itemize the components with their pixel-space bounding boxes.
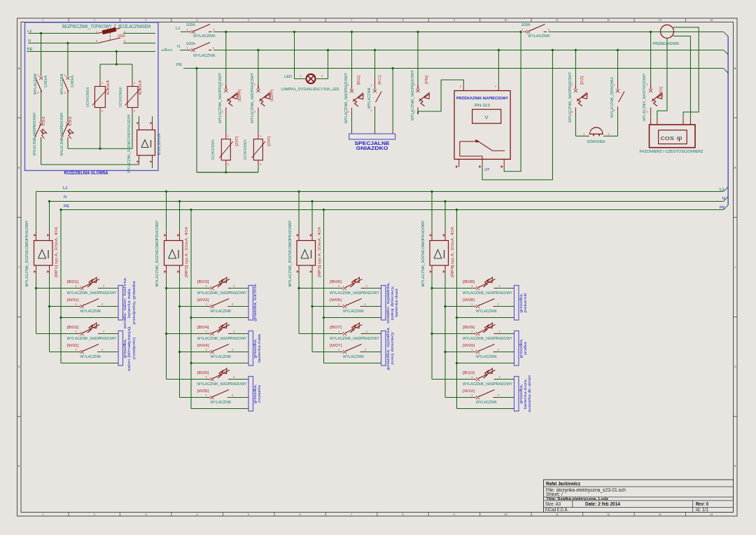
svg-text:12: 12 <box>607 19 610 22</box>
svg-text:WYLACZNIK: WYLACZNIK <box>32 73 37 95</box>
svg-text:10: 10 <box>504 513 507 516</box>
svg-text:OCHRONNIK: OCHRONNIK <box>118 86 122 107</box>
svg-text:[RP3] typ A, 30mA, 40A: [RP3] typ A, 30mA, 40A <box>317 227 321 277</box>
svg-text:14: 14 <box>710 19 713 22</box>
svg-text:WYLACZNIK_NADPRADOWY: WYLACZNIK_NADPRADOWY <box>567 72 572 123</box>
svg-text:9: 9 <box>454 513 455 516</box>
svg-text:gniazdka,: gniazdka, <box>519 293 523 312</box>
svg-text:Date: 2 feb 2014: Date: 2 feb 2014 <box>585 501 620 506</box>
svg-text:WYLACZNIK: WYLACZNIK <box>476 308 498 313</box>
svg-text:KLASA B: KLASA B <box>106 80 110 95</box>
svg-text:lazienka mala,: lazienka mala, <box>127 287 131 318</box>
svg-text:WYLACZNIK: WYLACZNIK <box>211 354 232 359</box>
svg-text:3: 3 <box>145 19 146 22</box>
svg-text:WYLACZNIK_NADPRADOWY: WYLACZNIK_NADPRADOWY <box>249 73 254 123</box>
svg-text:[RP4] typ A, 30mA, 40A: [RP4] typ A, 30mA, 40A <box>450 227 454 277</box>
svg-text:11: 11 <box>556 513 559 516</box>
svg-text:V: V <box>484 114 488 120</box>
svg-text:PE: PE <box>176 62 182 67</box>
svg-text:WYLACZNIK_ROZNICOWOPRADOWY: WYLACZNIK_ROZNICOWOPRADOWY <box>287 221 292 287</box>
svg-text:1: 1 <box>42 513 43 516</box>
svg-text:WYLACZNIK_NADPRADOWY: WYLACZNIK_NADPRADOWY <box>197 381 247 386</box>
svg-text:KLASA B: KLASA B <box>138 80 142 95</box>
svg-text:[B2PP]: [B2PP] <box>270 90 274 102</box>
svg-text:4: 4 <box>197 513 198 516</box>
svg-text:C: C <box>734 266 736 269</box>
svg-text:7: 7 <box>351 19 352 22</box>
svg-text:D: D <box>734 366 736 368</box>
svg-text:WYLACZNIK_NADPRADOWY: WYLACZNIK_NADPRADOWY <box>67 335 117 340</box>
svg-text:WYLACZNIK_NADPRADOWY: WYLACZNIK_NADPRADOWY <box>463 381 512 386</box>
svg-text:100A: 100A <box>43 75 48 88</box>
svg-text:C: C <box>18 266 20 269</box>
svg-text:[B2PP]: [B2PP] <box>237 90 241 102</box>
svg-text:WYLACZNIK: WYLACZNIK <box>476 354 498 359</box>
svg-text:14: 14 <box>710 513 713 516</box>
svg-text:WYLACZNIK_NADPRADOWY: WYLACZNIK_NADPRADOWY <box>330 290 379 295</box>
svg-text:9: 9 <box>454 19 455 22</box>
svg-text:L1: L1 <box>720 187 724 191</box>
svg-text:[B02]: [B02] <box>67 325 79 329</box>
svg-text:1: 1 <box>42 19 43 22</box>
svg-text:WYLACZNIK_ROZNICOWOPRADOWY: WYLACZNIK_ROZNICOWOPRADOWY <box>420 221 425 287</box>
svg-text:RN-113: RN-113 <box>475 102 491 107</box>
svg-text:25A: 25A <box>118 34 125 38</box>
svg-text:PRZEKLADNIK: PRZEKLADNIK <box>653 41 680 46</box>
svg-text:[RP2] typ A, 30mA, 40A: [RP2] typ A, 30mA, 40A <box>184 227 188 277</box>
svg-text:[B05]: [B05] <box>197 370 209 375</box>
svg-text:przedpokoj, gniazdka: przedpokoj, gniazdka <box>132 281 136 325</box>
svg-text:lazienka duza,: lazienka duza, <box>523 378 527 409</box>
svg-text:[W05]: [W05] <box>197 389 209 393</box>
svg-text:OCHRONNIK: OCHRONNIK <box>85 86 90 107</box>
svg-text:C63: C63 <box>68 117 72 126</box>
svg-text:[W07]: [W07] <box>330 343 342 347</box>
svg-text:6: 6 <box>300 19 301 22</box>
svg-text:gniazdka,: gniazdka, <box>519 384 523 403</box>
svg-text:10: 10 <box>504 19 507 22</box>
svg-text:FAZOMIERZ I CZESTOSCIOMIERZ: FAZOMIERZ I CZESTOSCIOMIERZ <box>640 148 704 153</box>
svg-text:WYLACZNIK_NADPRADOWY: WYLACZNIK_NADPRADOWY <box>463 290 512 295</box>
svg-text:gniazdka,: gniazdka, <box>253 384 257 403</box>
svg-text:pokoj dzieciecy,: pokoj dzieciecy, <box>390 285 394 320</box>
svg-text:[PN]: [PN] <box>424 76 428 84</box>
svg-text:L1: L1 <box>63 186 68 190</box>
svg-text:BEZPIECZNIK_TOPIKOWY_Z_ROZLACZ: BEZPIECZNIK_TOPIKOWY_Z_ROZLACZNIKIEM <box>62 24 150 29</box>
svg-text:suszarka do ubran: suszarka do ubran <box>527 375 531 412</box>
svg-text:WYLACZNIK_NADPRADOWY: WYLACZNIK_NADPRADOWY <box>343 73 348 123</box>
svg-text:swiatlo: sypialnia,: swiatlo: sypialnia, <box>386 282 390 324</box>
svg-text:B16,30mA: B16,30mA <box>157 133 161 155</box>
svg-text:gniazdka,: gniazdka, <box>519 338 523 358</box>
svg-text:Size: A3: Size: A3 <box>545 501 561 506</box>
svg-text:WYLACZNIK_ROZNICOWOPRADOWY: WYLACZNIK_ROZNICOWOPRADOWY <box>154 221 159 287</box>
svg-text:Rev: 0: Rev: 0 <box>696 501 708 506</box>
svg-text:[B09]: [B09] <box>463 325 475 329</box>
svg-text:[COS]: [COS] <box>659 87 663 97</box>
svg-text:[W03]: [W03] <box>197 298 209 302</box>
svg-text:100A: 100A <box>186 22 195 27</box>
svg-text:lazienka duza: lazienka duza <box>394 289 398 317</box>
svg-text:WYLACZNIK_NADPRADOWY: WYLACZNIK_NADPRADOWY <box>197 290 247 295</box>
svg-text:Title: Szafka elektryczna, Lod: Title: Szafka elektryczna, Lodz <box>546 496 608 501</box>
svg-text:[RP1] typ A, 30mA, 40A: [RP1] typ A, 30mA, 40A <box>54 227 58 277</box>
svg-text:100A: 100A <box>70 75 74 88</box>
svg-text:WYLACZNIK_NADPRADOWY: WYLACZNIK_NADPRADOWY <box>217 73 222 123</box>
svg-text:4: 4 <box>197 19 198 22</box>
svg-text:N: N <box>722 196 725 200</box>
svg-text:2: 2 <box>94 513 95 516</box>
svg-text:WYLACZNIK_NADPRADOWY: WYLACZNIK_NADPRADOWY <box>67 290 117 295</box>
svg-text:WYLACZNIK: WYLACZNIK <box>193 33 216 38</box>
svg-text:lazienka mala: lazienka mala <box>257 334 261 363</box>
svg-text:WYLACZNIK: WYLACZNIK <box>211 399 232 404</box>
svg-text:piekarnik: piekarnik <box>523 292 527 312</box>
svg-text:pralka: pralka <box>523 341 527 354</box>
svg-text:[W10]: [W10] <box>463 389 475 393</box>
svg-text:GNIAZDKO: GNIAZDKO <box>356 146 388 151</box>
svg-text:WYLACZNIK_NADPRADOWY: WYLACZNIK_NADPRADOWY <box>197 335 247 340</box>
svg-text:WYLACZNIK_NADPRADOWY: WYLACZNIK_NADPRADOWY <box>641 74 646 121</box>
svg-text:WYLACZNIK_NADPRADOWY: WYLACZNIK_NADPRADOWY <box>330 335 379 340</box>
svg-text:swiatlo: salon, kuchnia,: swiatlo: salon, kuchnia, <box>122 277 127 328</box>
svg-text:[W08]: [W08] <box>463 298 475 302</box>
svg-text:[B04]: [B04] <box>197 325 209 329</box>
svg-text:8: 8 <box>402 19 404 22</box>
svg-text:12: 12 <box>607 513 610 516</box>
